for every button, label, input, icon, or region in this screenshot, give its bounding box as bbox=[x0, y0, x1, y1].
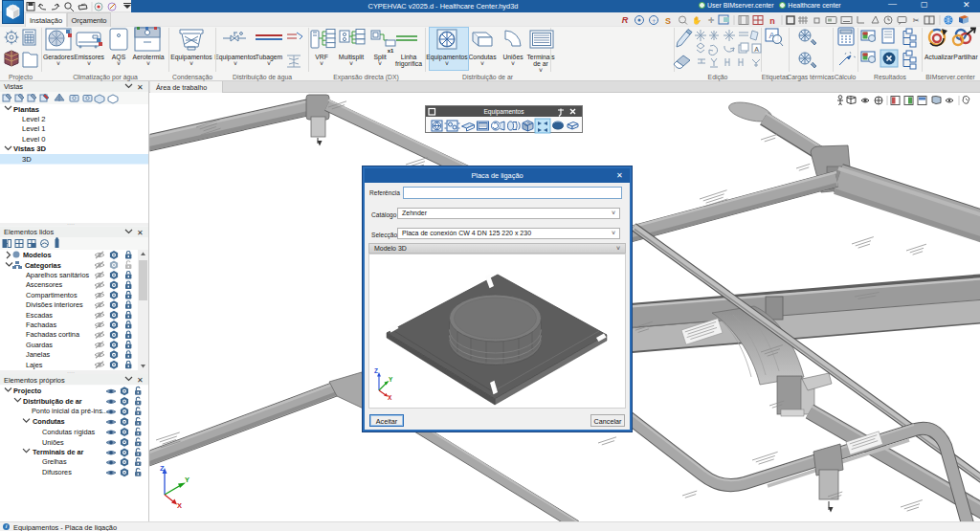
svg-text:Distribuição de ar: Distribuição de ar bbox=[23, 397, 82, 406]
svg-text:x1: x1 bbox=[388, 48, 394, 54]
svg-text:····: ···· bbox=[67, 221, 75, 227]
svg-text:Fachadas: Fachadas bbox=[26, 321, 56, 329]
svg-text:S: S bbox=[665, 16, 671, 26]
svg-text:Difusores: Difusores bbox=[42, 468, 72, 476]
svg-text:Level 2: Level 2 bbox=[22, 115, 46, 123]
svg-text:Modelos: Modelos bbox=[23, 251, 52, 259]
svg-text:Ponto inicial da pré-ins...: Ponto inicial da pré-ins... bbox=[32, 407, 108, 415]
svg-text:Condutas rígidas: Condutas rígidas bbox=[42, 428, 96, 436]
svg-text:Projecto: Projecto bbox=[13, 387, 42, 395]
svg-text:✛: ✛ bbox=[708, 16, 715, 25]
svg-text:Escadas: Escadas bbox=[26, 311, 53, 320]
svg-text:Lajes: Lajes bbox=[26, 361, 43, 369]
svg-text:Divisões interiores: Divisões interiores bbox=[26, 300, 83, 309]
svg-text:X: X bbox=[177, 501, 182, 510]
svg-text:✋: ✋ bbox=[692, 15, 702, 25]
svg-text:Plantas: Plantas bbox=[13, 105, 39, 114]
svg-text:Grelhas: Grelhas bbox=[42, 457, 67, 466]
svg-text:✕: ✕ bbox=[137, 83, 144, 92]
svg-text:Y: Y bbox=[185, 476, 189, 484]
svg-text:A: A bbox=[754, 46, 759, 53]
svg-text:Ascensores: Ascensores bbox=[26, 280, 62, 289]
svg-text:Elementos próprios: Elementos próprios bbox=[4, 376, 65, 385]
svg-text:Condutas: Condutas bbox=[33, 417, 65, 426]
svg-text:✕: ✕ bbox=[137, 376, 144, 385]
svg-text:Vistas 3D: Vistas 3D bbox=[13, 144, 47, 153]
svg-text:✂: ✂ bbox=[913, 16, 920, 25]
svg-text:＋: ＋ bbox=[651, 17, 657, 24]
svg-text:Z: Z bbox=[374, 367, 378, 374]
svg-text:Terminais de ar: Terminais de ar bbox=[33, 448, 84, 456]
svg-text:Vistas: Vistas bbox=[4, 82, 23, 91]
svg-text:Aparelhos sanitários: Aparelhos sanitários bbox=[26, 271, 89, 279]
svg-text:Fachadas cortina: Fachadas cortina bbox=[26, 330, 80, 339]
svg-text:Level 1: Level 1 bbox=[22, 124, 46, 133]
svg-text:Uniões: Uniões bbox=[42, 438, 64, 447]
svg-text:R: R bbox=[622, 15, 629, 25]
svg-text:····: ···· bbox=[67, 369, 75, 375]
svg-text:Z: Z bbox=[160, 464, 165, 473]
svg-text:Y: Y bbox=[389, 376, 393, 383]
svg-text:Janelas: Janelas bbox=[26, 350, 51, 359]
svg-text:✕: ✕ bbox=[137, 229, 144, 237]
svg-text:X: X bbox=[388, 394, 392, 401]
svg-text:Elementos lidos: Elementos lidos bbox=[4, 228, 54, 236]
svg-text:Guardas: Guardas bbox=[26, 341, 53, 349]
svg-text:3D: 3D bbox=[22, 155, 32, 164]
svg-text:Categorias: Categorias bbox=[25, 261, 61, 270]
svg-text:Compartimentos: Compartimentos bbox=[26, 291, 78, 299]
svg-text:n: n bbox=[769, 16, 775, 26]
svg-text:Level 0: Level 0 bbox=[22, 135, 46, 144]
